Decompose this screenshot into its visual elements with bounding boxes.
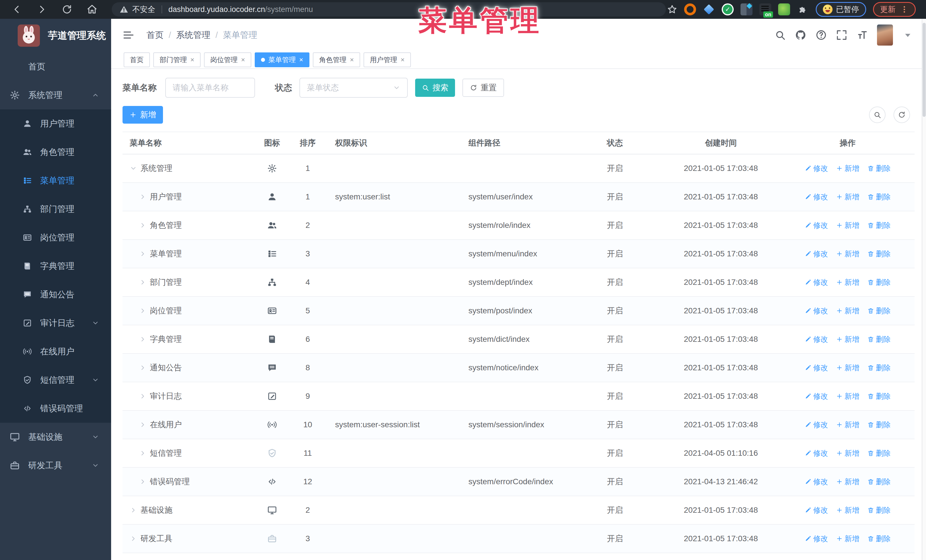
add-button[interactable]: 新增 — [123, 106, 163, 124]
edit-link[interactable]: 修改 — [805, 192, 828, 202]
sidebar-item-首页[interactable]: 首页 — [0, 53, 111, 81]
tab-岗位管理[interactable]: 岗位管理 × — [204, 53, 251, 67]
extension-icon[interactable] — [740, 3, 752, 15]
edit-link[interactable]: 修改 — [805, 477, 828, 487]
toggle-search-button[interactable] — [869, 107, 885, 123]
help-icon[interactable] — [816, 29, 827, 41]
table-row[interactable]: 研发工具 3 开启 2021-01-05 17:03:48 修改 新增 删除 — [123, 524, 915, 553]
table-row[interactable]: 用户管理 1 system:user:list system/user/inde… — [123, 183, 915, 211]
add-link[interactable]: 新增 — [836, 420, 859, 430]
tab-用户管理[interactable]: 用户管理 × — [363, 53, 411, 67]
reset-button[interactable]: 重置 — [462, 78, 504, 97]
update-button[interactable]: 更新 — [873, 2, 916, 17]
sidebar-item-角色管理[interactable]: 角色管理 — [0, 138, 111, 166]
sidebar-item-错误码管理[interactable]: 错误码管理 — [0, 394, 111, 423]
edit-link[interactable]: 修改 — [805, 391, 828, 402]
tab-菜单管理[interactable]: 菜单管理 × — [255, 53, 309, 67]
github-icon[interactable] — [795, 29, 806, 41]
add-link[interactable]: 新增 — [836, 391, 859, 402]
tab-部门管理[interactable]: 部门管理 × — [153, 53, 201, 67]
edit-link[interactable]: 修改 — [805, 505, 828, 515]
sidebar-item-用户管理[interactable]: 用户管理 — [0, 109, 111, 138]
delete-link[interactable]: 删除 — [867, 477, 891, 487]
paused-pill[interactable]: 已暂停 — [816, 2, 866, 17]
close-icon[interactable]: × — [299, 56, 303, 63]
extensions-puzzle-icon[interactable] — [797, 3, 809, 15]
sidebar-item-研发工具[interactable]: 研发工具 — [0, 451, 111, 480]
delete-link[interactable]: 删除 — [867, 278, 891, 287]
sidebar-item-在线用户[interactable]: 在线用户 — [0, 337, 111, 366]
fullscreen-icon[interactable] — [836, 29, 847, 41]
caret-down-icon[interactable] — [902, 29, 914, 41]
extension-icon[interactable]: on — [759, 3, 771, 15]
add-link[interactable]: 新增 — [836, 163, 859, 174]
tab-首页[interactable]: 首页 — [124, 53, 150, 67]
forward-icon[interactable] — [36, 4, 47, 15]
refresh-table-button[interactable] — [894, 107, 910, 123]
delete-link[interactable]: 删除 — [867, 363, 891, 373]
breadcrumb-home[interactable]: 首页 — [147, 29, 163, 41]
edit-link[interactable]: 修改 — [805, 363, 828, 373]
menu-name-input[interactable] — [165, 78, 255, 98]
add-link[interactable]: 新增 — [836, 306, 859, 316]
sidebar-item-短信管理[interactable]: 短信管理 — [0, 366, 111, 394]
table-row[interactable]: 岗位管理 5 system/post/index 开启 2021-01-05 1… — [123, 296, 915, 325]
add-link[interactable]: 新增 — [836, 249, 859, 259]
edit-link[interactable]: 修改 — [805, 334, 828, 344]
status-select[interactable]: 菜单状态 — [300, 78, 408, 98]
table-row[interactable]: 系统管理 1 开启 2021-01-05 17:03:48 修改 新增 删除 — [123, 154, 915, 183]
delete-link[interactable]: 删除 — [867, 306, 891, 316]
add-link[interactable]: 新增 — [836, 477, 859, 487]
sidebar-item-部门管理[interactable]: 部门管理 — [0, 195, 111, 223]
table-row[interactable]: 基础设施 2 开启 2021-01-05 17:03:48 修改 新增 删除 — [123, 496, 915, 524]
delete-link[interactable]: 删除 — [867, 420, 891, 430]
sidebar-item-审计日志[interactable]: 审计日志 — [0, 309, 111, 337]
table-row[interactable]: 错误码管理 12 system/errorCode/index 开启 2021-… — [123, 468, 915, 496]
close-icon[interactable]: × — [350, 56, 354, 63]
table-row[interactable]: 部门管理 4 system/dept/index 开启 2021-01-05 1… — [123, 268, 915, 296]
page-scrollbar[interactable] — [922, 19, 926, 560]
edit-link[interactable]: 修改 — [805, 420, 828, 430]
delete-link[interactable]: 删除 — [867, 391, 891, 402]
edit-link[interactable]: 修改 — [805, 448, 828, 458]
menu-dots-icon[interactable] — [900, 5, 909, 14]
table-row[interactable]: 菜单管理 3 system/menu/index 开启 2021-01-05 1… — [123, 240, 915, 268]
extension-icon[interactable] — [722, 3, 734, 15]
reload-icon[interactable] — [62, 4, 73, 15]
sidebar-item-岗位管理[interactable]: 岗位管理 — [0, 223, 111, 252]
add-link[interactable]: 新增 — [836, 220, 859, 231]
sidebar-item-通知公告[interactable]: 通知公告 — [0, 280, 111, 309]
edit-link[interactable]: 修改 — [805, 220, 828, 231]
search-icon[interactable] — [775, 29, 786, 41]
add-link[interactable]: 新增 — [836, 192, 859, 202]
edit-link[interactable]: 修改 — [805, 278, 828, 287]
font-size-icon[interactable] — [856, 29, 868, 41]
edit-link[interactable]: 修改 — [805, 306, 828, 316]
table-row[interactable]: 通知公告 8 system/notice/index 开启 2021-01-05… — [123, 353, 915, 382]
sidebar-item-菜单管理[interactable]: 菜单管理 — [0, 166, 111, 195]
close-icon[interactable]: × — [241, 56, 245, 63]
delete-link[interactable]: 删除 — [867, 220, 891, 231]
delete-link[interactable]: 删除 — [867, 505, 891, 515]
add-link[interactable]: 新增 — [836, 363, 859, 373]
add-link[interactable]: 新增 — [836, 534, 859, 544]
address-bar[interactable]: 不安全 dashboard.yudao.iocoder.cn/system/me… — [112, 2, 666, 17]
sidebar-item-系统管理[interactable]: 系统管理 — [0, 81, 111, 109]
avatar[interactable] — [877, 24, 893, 45]
tab-角色管理[interactable]: 角色管理 × — [313, 53, 360, 67]
back-icon[interactable] — [11, 4, 22, 15]
delete-link[interactable]: 删除 — [867, 192, 891, 202]
extension-icon[interactable] — [778, 3, 790, 15]
table-row[interactable]: 短信管理 11 开启 2021-04-05 01:10:16 修改 新增 删除 — [123, 439, 915, 468]
table-row[interactable]: 字典管理 6 system/dict/index 开启 2021-01-05 1… — [123, 325, 915, 353]
table-row[interactable]: 审计日志 9 开启 2021-01-05 17:03:48 修改 新增 删除 — [123, 382, 915, 411]
breadcrumb-system[interactable]: 系统管理 — [176, 29, 210, 41]
close-icon[interactable]: × — [401, 56, 405, 63]
delete-link[interactable]: 删除 — [867, 448, 891, 458]
table-row[interactable]: 在线用户 10 system:user-session:list system/… — [123, 411, 915, 439]
delete-link[interactable]: 删除 — [867, 249, 891, 259]
delete-link[interactable]: 删除 — [867, 334, 891, 344]
edit-link[interactable]: 修改 — [805, 249, 828, 259]
home-icon[interactable] — [86, 4, 97, 15]
add-link[interactable]: 新增 — [836, 448, 859, 458]
